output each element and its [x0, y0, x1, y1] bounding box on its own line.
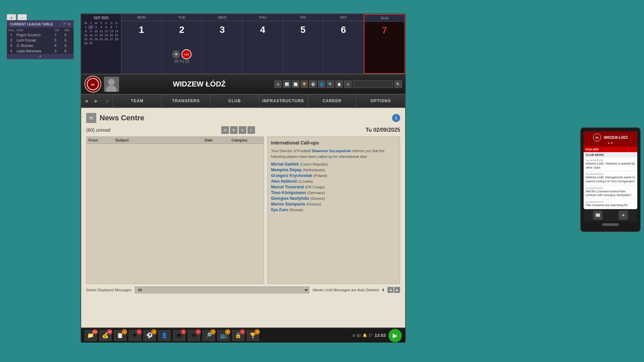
status-search[interactable]: 🔎 2 [203, 330, 215, 341]
club-badge: LKS [181, 49, 192, 59]
player-name[interactable]: Timo Königsmann [271, 190, 306, 195]
detail-dof-name[interactable]: Sławomir Szczepański [312, 149, 351, 153]
day-columns: MON1TUE2 ⚽ LKS (0) 4-1 (1) WED3THU4FRI5S… [121, 14, 405, 74]
nav-club[interactable]: CLUB [210, 95, 259, 107]
calendar-mini: SEP 2025 MTWTFSS 12345678910111213141516… [81, 14, 121, 74]
filter-btn-3[interactable]: ✕ [239, 126, 246, 134]
filter-btn-1[interactable]: ✉ [221, 126, 229, 134]
icon-btn-4[interactable]: 🏆 [301, 80, 308, 88]
player-name[interactable]: Grzegorz Krychowiak [271, 173, 312, 178]
player-country: (Czech Republic) [300, 162, 328, 166]
day-number: 7 [365, 22, 405, 39]
search-input[interactable] [353, 80, 393, 88]
league-row[interactable]: 4 Legia Warszawa 3 6 [7, 49, 73, 54]
status-finance[interactable]: 🔒 0 [232, 330, 244, 341]
nav-transfers[interactable]: TRANSFERS [162, 95, 210, 107]
phone-news-item[interactable]: Sa 06/09/2025 Widzew Łódź: Management wa… [584, 171, 637, 185]
player-name[interactable]: Michał Sadílek [271, 162, 299, 167]
col-pts: Pts [63, 28, 73, 33]
detail-panel: International Call-ups Your Director of … [267, 136, 400, 284]
filter-btn-4[interactable]: ≡ [248, 126, 255, 134]
phone-news-text: Will the Czerwoni extend their contract … [586, 190, 635, 197]
player-name[interactable]: Memphis Depay [271, 168, 302, 172]
nav-options[interactable]: OPTIONS [357, 95, 405, 107]
status-trophy[interactable]: 🏆 8 [247, 330, 259, 341]
news-info-button[interactable]: i [392, 114, 400, 122]
filter-btn-2[interactable]: ▼ [230, 126, 237, 134]
icon-btn-2[interactable]: 📊 [283, 80, 290, 88]
manager-avatar [104, 77, 119, 92]
phone-news-item[interactable]: Sa 06/09/2025 Will the Czerwoni extend t… [584, 185, 637, 199]
nav-forward-button[interactable]: ► [91, 95, 101, 107]
game-window: SEP 2025 MTWTFSS 12345678910111213141516… [80, 13, 406, 342]
league-row[interactable]: 3 O. Brzesko 4 6 [7, 43, 73, 49]
day-column-sun[interactable]: SUN7 [364, 14, 405, 74]
day-column-mon[interactable]: MON1 [121, 14, 162, 74]
icon-btn-7[interactable]: 🔍 [327, 80, 334, 88]
day-header: FRI [283, 14, 323, 21]
search-button[interactable]: 🔍 [394, 80, 402, 88]
status-transfers[interactable]: 📋 1 [114, 330, 126, 341]
widget-title: CURRENT LEAGUE TABLE [10, 22, 53, 26]
status-inbox[interactable]: 📁 360 [85, 330, 97, 341]
league-row[interactable]: 2 Lech Poznań 5 6 [7, 38, 73, 43]
weeks-next-button[interactable]: ► [394, 287, 400, 293]
player-name[interactable]: Georgios Neofytidis [271, 196, 309, 201]
league-row[interactable]: 1 Pogoń Szczecin 7 6 [7, 33, 73, 38]
status-media[interactable]: 📺 5 [217, 330, 229, 341]
phone-news-date: Sa 06/09/2025 [586, 159, 635, 162]
league-scroll-down[interactable]: ▼ [7, 54, 73, 59]
phone-screen: WŁ WIDZEW ŁÓDŹ ● ✕ FAN APP CLUB NEWS Sa … [584, 131, 637, 209]
status-money[interactable]: 💰 30 [99, 330, 111, 341]
play-button[interactable]: ▶ [388, 329, 402, 342]
filter-select[interactable]: All [135, 287, 309, 293]
icon-btn-3[interactable]: 📈 [292, 80, 299, 88]
phone-home-indicator[interactable] [602, 223, 619, 226]
day-column-thu[interactable]: THU4 [243, 14, 283, 74]
news-header: ✉ News Centre i [86, 113, 400, 123]
phone-news-date: Sa 06/09/2025 [586, 187, 635, 190]
phone-news-item[interactable]: Sa 06/09/2025 The Czerwoni are searching… [584, 199, 637, 209]
player-name[interactable]: Ilya Zuev [271, 207, 288, 212]
status-scouts[interactable]: 👁 2 [129, 330, 141, 341]
nav-team[interactable]: TEAM [113, 95, 162, 107]
day-column-tue[interactable]: TUE2 ⚽ LKS (0) 4-1 (1) [162, 14, 202, 74]
detail-text: Your Director of Football Sławomir Szcze… [271, 148, 396, 159]
icon-btn-1[interactable]: ⊞ [274, 80, 282, 88]
phone-bottom-bar: 📰 ★ [584, 209, 637, 221]
status-match[interactable]: 🏟 0 [173, 330, 185, 341]
day-column-fri[interactable]: FRI5 [283, 14, 323, 74]
nav-back-button[interactable]: ◄ [81, 95, 91, 107]
player-country: (Croatia) [299, 179, 313, 183]
nav-career[interactable]: CAREER [308, 95, 357, 107]
phone-news-btn[interactable]: 📰 [593, 210, 602, 220]
status-training[interactable]: ⚽ 1 [144, 330, 156, 341]
weeks-prev-button[interactable]: ◄ [387, 287, 393, 293]
player-country: (Greece) [310, 196, 325, 200]
league-table: Pos Club GD Pts 1 Pogoń Szczecin 7 6 2 L… [7, 28, 73, 54]
player-name[interactable]: Marios Siampanis [271, 202, 305, 206]
top-nav: WŁ WIDZEW ŁÓDŹ ⊞ 📊 📈 🏆 ⚽ 🌐 🔍 📋 ⚙ 🔍 [81, 74, 405, 95]
top-icons: ⊞ 📊 📈 🏆 ⚽ 🌐 🔍 📋 ⚙ 🔍 [274, 80, 402, 88]
day-column-sat[interactable]: SAT6 [323, 14, 364, 74]
player-item: Alen Halilović (Croatia) [271, 179, 396, 184]
icon-btn-6[interactable]: 🌐 [318, 80, 325, 88]
player-name[interactable]: Alen Halilović [271, 179, 298, 184]
nav-infrastructure[interactable]: INFRASTRUCTURE [259, 95, 308, 107]
player-country: (Netherlands) [303, 168, 325, 172]
status-squad[interactable]: 👤 [158, 330, 170, 341]
status-email[interactable]: ✉ 0 [188, 330, 200, 341]
nav-home-button[interactable]: ⌂ [101, 95, 113, 107]
match-info[interactable]: ⚽ LKS (0) 4-1 (1) [162, 39, 202, 74]
icon-btn-9[interactable]: ⚙ [344, 80, 352, 88]
player-name[interactable]: Marcel Tisserand [271, 185, 304, 189]
widget-close-button[interactable]: ✕ [67, 22, 71, 26]
phone-star-btn[interactable]: ★ [619, 210, 628, 220]
day-column-wed[interactable]: WED3 [202, 14, 243, 74]
phone-news-item[interactable]: Sa 06/09/2025 Widzew Łódź: Alekseev is w… [584, 158, 637, 171]
icon-btn-5[interactable]: ⚽ [309, 80, 317, 88]
league-table-widget: CURRENT LEAGUE TABLE ⟳ ✕ Pos Club GD Pts… [7, 20, 74, 59]
icon-btn-8[interactable]: 📋 [335, 80, 343, 88]
club-name-header: WIDZEW ŁÓDŹ [124, 80, 274, 88]
widget-refresh-button[interactable]: ⟳ [63, 22, 66, 26]
